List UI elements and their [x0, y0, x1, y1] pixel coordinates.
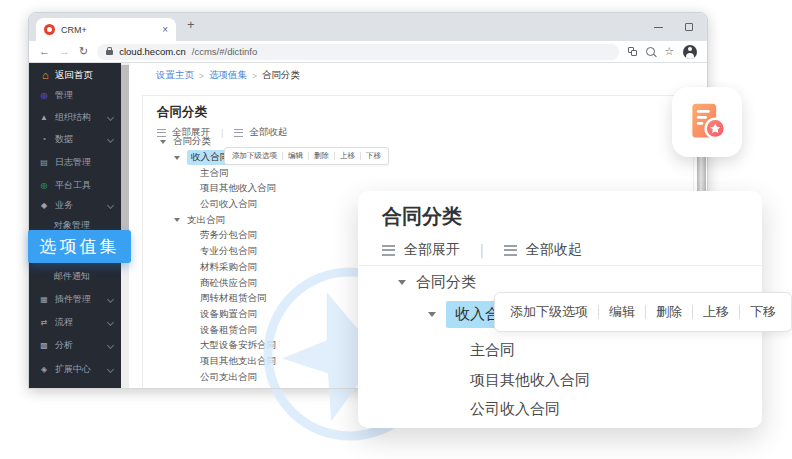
maximize-button[interactable]: [685, 23, 693, 31]
tree-node-income[interactable]: 收入合同 添加下级选项 编辑 删除 上移 下移: [143, 150, 693, 166]
page-title: 合同分类: [157, 104, 207, 121]
move-down-action[interactable]: 下移: [366, 151, 381, 161]
document-star-icon: [685, 99, 729, 145]
tree-node[interactable]: 主合同: [143, 165, 693, 181]
target-icon: ◎: [39, 91, 49, 100]
sidebar-item-guanli[interactable]: ◎ 管理: [39, 89, 113, 101]
clock-icon: ◔: [39, 135, 49, 144]
url-path: /ccms/#/dictinfo: [192, 46, 257, 57]
tree-node-root[interactable]: 合同分类: [398, 273, 476, 292]
pages-icon[interactable]: [628, 47, 637, 56]
sidebar-item-rizhi[interactable]: ▤ 日志管理: [39, 156, 113, 168]
tab-close-icon[interactable]: ×: [162, 25, 168, 35]
browser-tab[interactable]: CRM+ ×: [36, 18, 176, 41]
sidebar-item-fenxi[interactable]: ▩ 分析: [39, 339, 113, 351]
sidebar-home-label: 返回首页: [55, 69, 93, 82]
breadcrumb-current: 合同分类: [262, 69, 300, 82]
node-action-bar: 添加下级选项 编辑 删除 上移 下移: [494, 292, 792, 332]
sidebar-item-liucheng[interactable]: ⇄ 流程: [39, 316, 113, 328]
chevron-down-icon: [107, 113, 114, 120]
panel-toolbar: 全部展开 | 全部收起: [382, 241, 582, 259]
magnified-panel: 合同分类 全部展开 | 全部收起 合同分类 收入合同 添加下级选项 编辑 删除 …: [358, 191, 762, 428]
chevron-down-icon: [107, 135, 114, 142]
tab-strip: CRM+ × +: [29, 13, 707, 41]
chevron-down-icon: [107, 365, 114, 372]
crm-favicon-icon: [44, 24, 55, 35]
flow-icon: ⇄: [39, 318, 49, 327]
breadcrumb-dict[interactable]: 选项值集: [209, 69, 247, 82]
tree-node[interactable]: 项目其他收入合同: [470, 371, 590, 390]
sidebar-scrollbar[interactable]: [121, 63, 129, 388]
scrollbar-thumb[interactable]: [121, 65, 129, 255]
profile-avatar[interactable]: [683, 45, 697, 59]
caret-down-icon[interactable]: [174, 156, 180, 160]
sidebar-home[interactable]: ⌂ 返回首页: [42, 69, 93, 82]
sidebar-item-zuzhijiegou[interactable]: ▲ 组织结构: [39, 111, 113, 123]
chevron-down-icon: [107, 201, 114, 208]
analysis-icon: ▩: [39, 341, 49, 350]
sidebar-item-yewu[interactable]: ◆ 业务: [39, 199, 113, 211]
sidebar-item-youjiantongzhi[interactable]: 邮件通知: [54, 270, 90, 282]
sidebar-item-dict-callout[interactable]: 选项值集: [28, 230, 131, 263]
caret-down-icon[interactable]: [398, 280, 406, 285]
org-icon: ▲: [39, 113, 49, 122]
breadcrumb-separator: >: [199, 71, 204, 81]
panel-title: 合同分类: [382, 203, 462, 230]
caret-down-icon[interactable]: [174, 218, 180, 222]
extension-icon: ◈: [39, 365, 49, 374]
screenshot-canvas: CRM+ × + ← → ↻ cloud.hecom.cn/ccms/#/dic…: [0, 0, 792, 459]
delete-action[interactable]: 删除: [314, 151, 329, 161]
delete-action[interactable]: 删除: [656, 303, 682, 321]
forward-button[interactable]: →: [59, 46, 70, 57]
tab-title: CRM+: [61, 25, 156, 35]
collapse-all-button[interactable]: 全部收起: [526, 241, 582, 259]
breadcrumb: 设置主页 > 选项值集 > 合同分类: [156, 69, 300, 82]
tree-node[interactable]: 主合同: [470, 341, 515, 360]
chevron-down-icon: [107, 318, 114, 325]
panel-divider: [358, 265, 762, 266]
move-up-action[interactable]: 上移: [703, 303, 729, 321]
collapse-all-icon: [504, 245, 517, 256]
chevron-down-icon: [107, 295, 114, 302]
zoom-icon[interactable]: [646, 47, 655, 56]
sidebar-item-shuju[interactable]: ◔ 数据: [39, 133, 113, 145]
add-child-action[interactable]: 添加下级选项: [232, 151, 277, 161]
dict-feature-card: [672, 87, 742, 157]
tree-node[interactable]: 公司收入合同: [470, 400, 560, 419]
move-down-action[interactable]: 下移: [750, 303, 776, 321]
browser-action-icons: ☆: [628, 45, 697, 59]
breadcrumb-home[interactable]: 设置主页: [156, 69, 194, 82]
home-icon: ⌂: [42, 70, 49, 81]
plugin-icon: ▦: [39, 295, 49, 304]
edit-action[interactable]: 编辑: [609, 303, 635, 321]
chevron-down-icon: [107, 341, 114, 348]
move-up-action[interactable]: 上移: [340, 151, 355, 161]
url-host: cloud.hecom.cn: [119, 46, 186, 57]
platform-icon: ◎: [39, 181, 49, 190]
caret-down-icon[interactable]: [160, 140, 166, 144]
minimize-button[interactable]: [654, 27, 663, 28]
business-icon: ◆: [39, 201, 49, 210]
expand-all-button[interactable]: 全部展开: [404, 241, 460, 259]
sidebar-item-pingtai[interactable]: ◎ 平台工具: [39, 179, 113, 191]
sidebar-item-kuozhan[interactable]: ◈ 扩展中心: [39, 363, 113, 375]
breadcrumb-separator: >: [252, 71, 257, 81]
window-controls: [654, 13, 693, 41]
edit-action[interactable]: 编辑: [288, 151, 303, 161]
back-button[interactable]: ←: [39, 46, 50, 57]
sidebar: ⌂ 返回首页 ◎ 管理 ▲ 组织结构 ◔ 数据 ▤: [29, 63, 121, 388]
secure-lock-icon: [106, 50, 113, 55]
url-bar: ← → ↻ cloud.hecom.cn/ccms/#/dictinfo ☆: [29, 41, 707, 63]
add-child-action[interactable]: 添加下级选项: [510, 303, 588, 321]
log-icon: ▤: [39, 158, 49, 167]
sidebar-item-chajian[interactable]: ▦ 插件管理: [39, 293, 113, 305]
caret-down-icon[interactable]: [428, 312, 436, 317]
expand-all-icon: [382, 245, 395, 256]
node-action-bar: 添加下级选项 编辑 删除 上移 下移: [224, 147, 389, 165]
bookmark-star-icon[interactable]: ☆: [664, 46, 674, 57]
new-tab-button[interactable]: +: [187, 17, 195, 32]
address-input[interactable]: cloud.hecom.cn/ccms/#/dictinfo: [97, 44, 619, 60]
refresh-button[interactable]: ↻: [79, 46, 88, 57]
